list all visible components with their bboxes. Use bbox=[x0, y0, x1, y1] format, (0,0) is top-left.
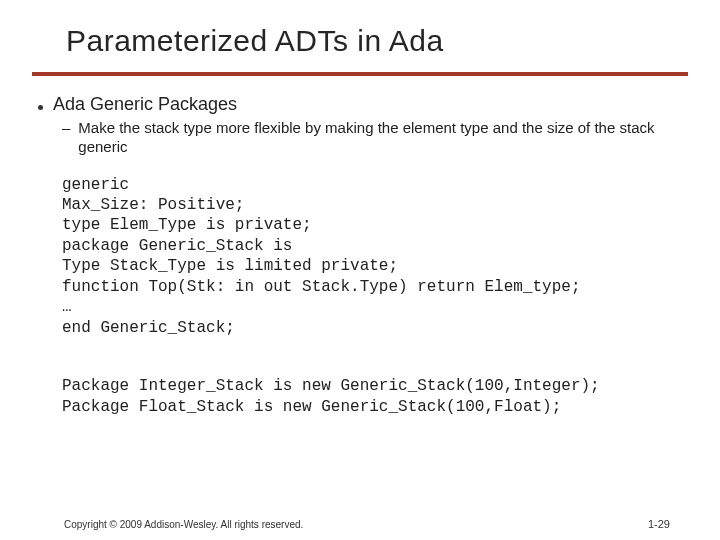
code-main: generic Max_Size: Positive; type Elem_Ty… bbox=[62, 176, 580, 337]
bullet-level-1: Ada Generic Packages bbox=[38, 94, 682, 115]
bullet-dot-icon bbox=[38, 105, 43, 110]
slide-title: Parameterized ADTs in Ada bbox=[66, 24, 682, 58]
code-instantiation: Package Integer_Stack is new Generic_Sta… bbox=[62, 376, 682, 417]
title-divider bbox=[32, 72, 688, 76]
bullet-1-text: Ada Generic Packages bbox=[53, 94, 237, 115]
copyright-text: Copyright © 2009 Addison-Wesley. All rig… bbox=[64, 519, 303, 530]
bullet-dash-icon: – bbox=[62, 119, 70, 138]
bullet-level-2: – Make the stack type more flexible by m… bbox=[62, 119, 682, 157]
code-block: generic Max_Size: Positive; type Elem_Ty… bbox=[62, 175, 682, 418]
page-number: 1-29 bbox=[648, 518, 670, 530]
content-area: Ada Generic Packages – Make the stack ty… bbox=[38, 94, 682, 417]
bullet-2-text: Make the stack type more flexible by mak… bbox=[78, 119, 682, 157]
